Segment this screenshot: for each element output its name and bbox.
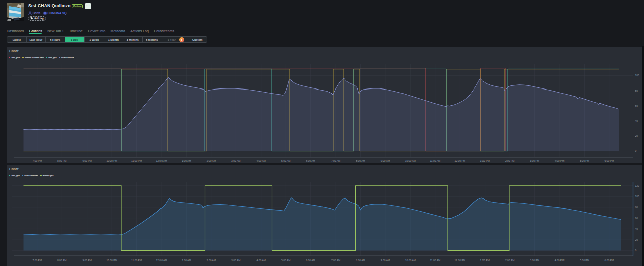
- svg-text:7:00 AM: 7:00 AM: [331, 259, 340, 262]
- svg-text:2:00 AM: 2:00 AM: [207, 259, 216, 262]
- svg-text:40: 40: [635, 119, 638, 122]
- svg-text:11:00 PM: 11:00 PM: [131, 259, 142, 262]
- svg-text:7:00 PM: 7:00 PM: [32, 259, 42, 262]
- svg-text:8:00 AM: 8:00 AM: [356, 259, 365, 262]
- svg-text:20: 20: [635, 134, 638, 137]
- svg-text:12:00 AM: 12:00 AM: [156, 259, 167, 262]
- svg-text:6:00 PM: 6:00 PM: [605, 259, 614, 262]
- svg-text:0: 0: [635, 149, 637, 152]
- svg-text:80: 80: [635, 89, 638, 92]
- svg-text:2:00 PM: 2:00 PM: [505, 159, 515, 162]
- svg-text:5:00 AM: 5:00 AM: [281, 259, 290, 262]
- svg-text:9:00 AM: 9:00 AM: [381, 259, 390, 262]
- svg-text:6:00 AM: 6:00 AM: [306, 259, 315, 262]
- svg-text:7:00 AM: 7:00 AM: [331, 159, 340, 162]
- svg-text:100: 100: [635, 195, 640, 198]
- svg-text:100: 100: [635, 74, 640, 77]
- svg-text:3:00 AM: 3:00 AM: [231, 159, 240, 162]
- svg-text:2:00 AM: 2:00 AM: [207, 159, 216, 162]
- svg-text:9:00 PM: 9:00 PM: [82, 259, 92, 262]
- svg-text:3:00 PM: 3:00 PM: [530, 159, 539, 162]
- svg-text:120: 120: [635, 184, 640, 187]
- svg-text:10:00 AM: 10:00 AM: [405, 259, 416, 262]
- svg-text:10:00 PM: 10:00 PM: [106, 159, 117, 162]
- svg-text:3:00 AM: 3:00 AM: [231, 259, 240, 262]
- svg-text:1:00 AM: 1:00 AM: [182, 159, 191, 162]
- svg-text:4:00 AM: 4:00 AM: [257, 259, 266, 262]
- svg-text:12:00 PM: 12:00 PM: [455, 259, 465, 262]
- svg-text:8:00 PM: 8:00 PM: [57, 159, 67, 162]
- svg-text:4:00 PM: 4:00 PM: [555, 159, 565, 162]
- svg-text:40: 40: [635, 227, 638, 230]
- svg-text:80: 80: [635, 206, 638, 209]
- svg-text:10:00 AM: 10:00 AM: [405, 159, 416, 162]
- svg-text:60: 60: [635, 217, 638, 220]
- svg-text:12:00 PM: 12:00 PM: [455, 159, 465, 162]
- svg-text:20: 20: [635, 238, 638, 241]
- svg-text:5:00 AM: 5:00 AM: [281, 159, 290, 162]
- svg-text:60: 60: [635, 104, 638, 107]
- svg-text:9:00 PM: 9:00 PM: [82, 159, 92, 162]
- svg-text:5:00 PM: 5:00 PM: [580, 259, 589, 262]
- svg-text:4:00 AM: 4:00 AM: [257, 159, 266, 162]
- svg-text:2:00 PM: 2:00 PM: [505, 259, 515, 262]
- svg-text:5:00 PM: 5:00 PM: [580, 159, 589, 162]
- svg-text:1:00 PM: 1:00 PM: [480, 259, 490, 262]
- svg-text:11:00 AM: 11:00 AM: [430, 259, 440, 262]
- svg-text:10:00 PM: 10:00 PM: [106, 259, 117, 262]
- svg-text:6:00 PM: 6:00 PM: [605, 159, 614, 162]
- svg-text:11:00 AM: 11:00 AM: [430, 159, 440, 162]
- svg-text:1:00 PM: 1:00 PM: [480, 159, 490, 162]
- svg-text:8:00 PM: 8:00 PM: [57, 259, 67, 262]
- svg-text:12:00 AM: 12:00 AM: [156, 159, 167, 162]
- svg-text:11:00 PM: 11:00 PM: [131, 159, 142, 162]
- svg-text:0: 0: [635, 249, 637, 252]
- svg-text:3:00 PM: 3:00 PM: [530, 259, 539, 262]
- svg-text:1:00 AM: 1:00 AM: [182, 259, 191, 262]
- svg-text:8:00 AM: 8:00 AM: [356, 159, 365, 162]
- svg-text:4:00 PM: 4:00 PM: [555, 259, 565, 262]
- svg-text:7:00 PM: 7:00 PM: [32, 159, 42, 162]
- svg-text:9:00 AM: 9:00 AM: [381, 159, 390, 162]
- svg-text:6:00 AM: 6:00 AM: [306, 159, 315, 162]
